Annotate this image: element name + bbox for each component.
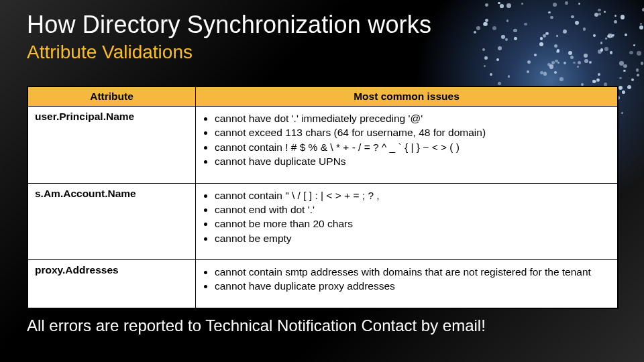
list-item: cannot have dot '.' immediately precedin… bbox=[215, 112, 610, 125]
attr-name: s.Am.Account.Name bbox=[28, 183, 196, 260]
col-header-issues: Most common issues bbox=[196, 87, 618, 107]
list-item: cannot be empty bbox=[215, 232, 610, 245]
table-row: proxy.Addresses cannot contain smtp addr… bbox=[28, 260, 618, 308]
validation-table: Attribute Most common issues user.Princi… bbox=[27, 86, 619, 309]
list-item: cannot be more than 20 chars bbox=[215, 217, 610, 230]
attr-name: proxy.Addresses bbox=[28, 260, 196, 308]
list-item: cannot contain smtp addresses with domai… bbox=[215, 265, 610, 278]
list-item: cannot contain " \ / [ ] : | < > + = ; ?… bbox=[215, 189, 610, 202]
table-header-row: Attribute Most common issues bbox=[28, 87, 618, 107]
attr-name: user.Principal.Name bbox=[28, 107, 196, 184]
table-row: user.Principal.Name cannot have dot '.' … bbox=[28, 107, 618, 184]
page-title: How Directory Synchronization works bbox=[27, 11, 431, 39]
col-header-attribute: Attribute bbox=[28, 87, 196, 107]
list-item: cannot end with dot '.' bbox=[215, 203, 610, 216]
table-row: s.Am.Account.Name cannot contain " \ / [… bbox=[28, 183, 618, 260]
page-subtitle: Attribute Validations bbox=[27, 42, 193, 63]
attr-issues: cannot have dot '.' immediately precedin… bbox=[196, 107, 618, 184]
footer-note: All errors are reported to Technical Not… bbox=[27, 316, 486, 335]
list-item: cannot contain ! # $ % & \ * + - / = ? ^… bbox=[215, 141, 610, 154]
list-item: cannot have duplicate proxy addresses bbox=[215, 280, 610, 292]
slide: How Directory Synchronization works Attr… bbox=[0, 0, 644, 362]
list-item: cannot exceed 113 chars (64 for username… bbox=[215, 126, 610, 139]
attr-issues: cannot contain " \ / [ ] : | < > + = ; ?… bbox=[196, 183, 618, 260]
attr-issues: cannot contain smtp addresses with domai… bbox=[196, 260, 618, 308]
list-item: cannot have duplicate UPNs bbox=[215, 155, 610, 168]
